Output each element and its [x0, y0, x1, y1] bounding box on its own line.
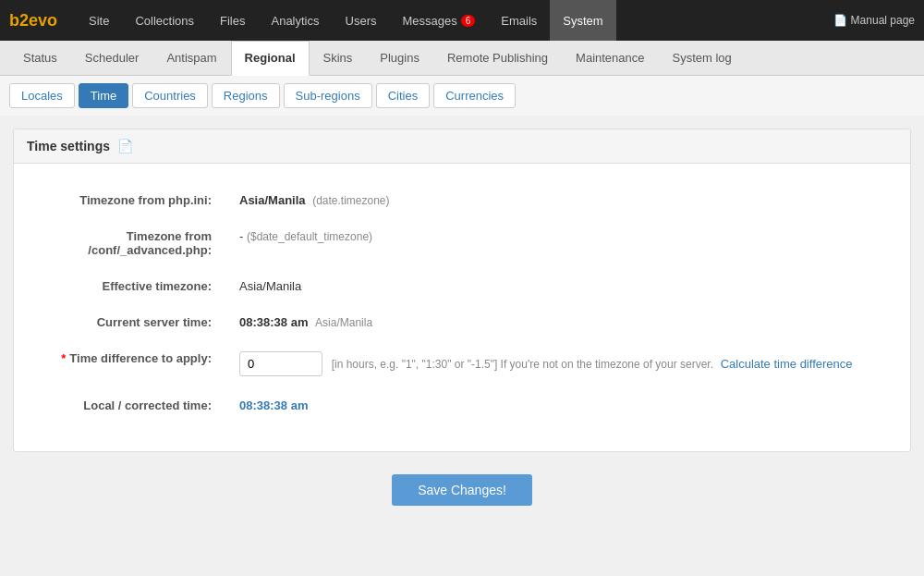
tab-status[interactable]: Status [9, 41, 71, 76]
row-effective-tz: Effective timezone: Asia/Manila [27, 268, 897, 304]
logo[interactable]: b2evo [9, 11, 57, 31]
nav-item-collections[interactable]: Collections [122, 0, 207, 41]
tz-phpini-name: Asia/Manila [239, 193, 306, 207]
save-changes-button[interactable]: Save Changes! [392, 474, 532, 506]
tz-conf-dash: - [239, 229, 243, 243]
corrected-time-clock: 08:38:38 am [239, 398, 308, 412]
time-diff-input[interactable] [239, 351, 322, 376]
nav-item-messages[interactable]: Messages 6 [389, 0, 488, 41]
tz-conf-label: Timezone from /conf/_advanced.php: [27, 218, 230, 268]
row-corrected-time: Local / corrected time: 08:38:38 am [27, 387, 897, 423]
corrected-time-value: 08:38:38 am [230, 387, 897, 423]
tab-maintenance[interactable]: Maintenance [562, 41, 658, 76]
time-settings-panel: Time settings 📄 Timezone from php.ini: A… [13, 129, 911, 452]
panel-header: Time settings 📄 [14, 129, 910, 164]
tz-phpini-hint: (date.timezone) [312, 194, 389, 207]
server-time-clock: 08:38:38 am [239, 315, 308, 329]
sub-tab-regions[interactable]: Regions [212, 83, 280, 108]
sub-tab-locales[interactable]: Locales [9, 83, 75, 108]
panel-icon: 📄 [117, 139, 133, 153]
main-content: Time settings 📄 Timezone from php.ini: A… [0, 116, 924, 519]
save-btn-row: Save Changes! [13, 474, 911, 506]
row-time-diff: *Time difference to apply: [in hours, e.… [27, 340, 897, 387]
panel-body: Timezone from php.ini: Asia/Manila (date… [14, 164, 910, 451]
sub-tab-currencies[interactable]: Currencies [433, 83, 516, 108]
nav-item-emails[interactable]: Emails [488, 0, 550, 41]
tz-phpini-value: Asia/Manila (date.timezone) [230, 182, 897, 218]
time-diff-hint: [in hours, e.g. "1", "1:30" or "-1.5"] I… [332, 358, 713, 371]
row-tz-phpini: Timezone from php.ini: Asia/Manila (date… [27, 182, 897, 218]
tab-regional[interactable]: Regional [231, 41, 310, 76]
top-nav-items: Site Collections Files Analytics Users M… [76, 0, 833, 41]
server-time-value: 08:38:38 am Asia/Manila [230, 304, 897, 340]
server-time-label: Current server time: [27, 304, 230, 340]
third-nav: Locales Time Countries Regions Sub-regio… [0, 76, 924, 116]
sub-tab-countries[interactable]: Countries [132, 83, 208, 108]
nav-item-files[interactable]: Files [207, 0, 258, 41]
manual-page-link[interactable]: 📄 Manual page [833, 14, 915, 27]
top-nav: b2evo Site Collections Files Analytics U… [0, 0, 924, 41]
tz-phpini-label: Timezone from php.ini: [27, 182, 230, 218]
tab-antispam[interactable]: Antispam [152, 41, 230, 76]
time-diff-cell: [in hours, e.g. "1", "1:30" or "-1.5"] I… [230, 340, 897, 387]
sub-tab-cities[interactable]: Cities [376, 83, 431, 108]
panel-title: Time settings [27, 139, 110, 153]
tab-skins[interactable]: Skins [310, 41, 367, 76]
server-time-tz: Asia/Manila [315, 316, 372, 329]
row-tz-conf: Timezone from /conf/_advanced.php: - ($d… [27, 218, 897, 268]
effective-tz-label: Effective timezone: [27, 268, 230, 304]
form-table: Timezone from php.ini: Asia/Manila (date… [27, 182, 897, 423]
nav-item-analytics[interactable]: Analytics [258, 0, 332, 41]
second-nav: Status Scheduler Antispam Regional Skins… [0, 41, 924, 76]
sub-tab-time[interactable]: Time [79, 83, 128, 108]
row-server-time: Current server time: 08:38:38 am Asia/Ma… [27, 304, 897, 340]
time-diff-label: *Time difference to apply: [27, 340, 230, 387]
required-star: * [61, 351, 66, 365]
corrected-time-label: Local / corrected time: [27, 387, 230, 423]
nav-item-site[interactable]: Site [76, 0, 122, 41]
tab-scheduler[interactable]: Scheduler [71, 41, 153, 76]
messages-badge: 6 [461, 15, 476, 27]
calculate-time-diff-link[interactable]: Calculate time difference [721, 357, 853, 371]
nav-item-system[interactable]: System [550, 0, 615, 41]
tz-conf-value: - ($date_default_timezone) [230, 218, 897, 268]
tab-plugins[interactable]: Plugins [366, 41, 433, 76]
sub-tab-subregions[interactable]: Sub-regions [284, 83, 372, 108]
tab-system-log[interactable]: System log [659, 41, 746, 76]
tz-conf-hint: ($date_default_timezone) [247, 230, 372, 243]
nav-item-users[interactable]: Users [333, 0, 390, 41]
tab-remote-publishing[interactable]: Remote Publishing [433, 41, 562, 76]
effective-tz-value: Asia/Manila [230, 268, 897, 304]
